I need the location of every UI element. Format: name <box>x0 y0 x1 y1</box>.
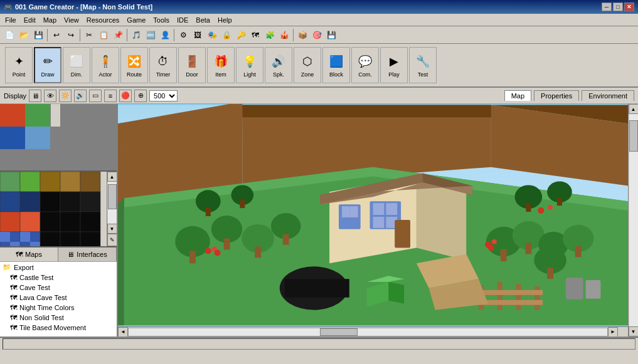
menu-tools[interactable]: Tools <box>149 15 173 25</box>
menu-resources[interactable]: Resources <box>83 15 124 25</box>
tb-btn-11[interactable]: 🔒 <box>220 28 233 42</box>
tool-timer-label: Timer <box>156 71 171 78</box>
tile-area[interactable] <box>0 172 107 246</box>
open-button[interactable]: 📂 <box>17 28 31 42</box>
save-button[interactable]: 💾 <box>31 28 45 42</box>
tb-btn-13[interactable]: 🗺 <box>248 28 262 42</box>
tb-btn-5[interactable]: 🎵 <box>129 28 143 42</box>
hscroll-right[interactable]: ► <box>608 327 618 337</box>
cut-button[interactable]: ✂ <box>82 28 96 42</box>
tool-point[interactable]: ✦ Point <box>5 47 33 83</box>
menu-help[interactable]: Help <box>214 15 236 25</box>
menu-file[interactable]: File <box>1 15 20 25</box>
tool-zone[interactable]: ⬡ Zone <box>294 47 321 83</box>
display-btn6[interactable]: ≡ <box>104 90 117 102</box>
tree-export[interactable]: 📁 Export <box>0 262 117 273</box>
color-swatch-red[interactable] <box>0 104 25 127</box>
minimize-button[interactable]: ─ <box>602 3 612 11</box>
display-btn7[interactable]: 🔴 <box>119 90 132 102</box>
tool-actor-label: Actor <box>98 71 112 78</box>
tool-item[interactable]: 🎁 Item <box>207 47 235 83</box>
tb-btn-14[interactable]: 🧩 <box>263 28 277 42</box>
main: ▲ ▼ ✎ 🗺 Maps 🖥 Interfaces 📁 <box>0 104 638 336</box>
close-button[interactable]: ✕ <box>624 3 634 11</box>
tree-tile-based-movement[interactable]: 🗺 Tile Based Movement <box>0 323 117 333</box>
color-swatch-blue[interactable] <box>0 127 25 149</box>
tab-maps[interactable]: 🗺 Maps <box>0 247 58 261</box>
tool-dim[interactable]: ⬜ Dim. <box>63 47 90 83</box>
tab-map[interactable]: Map <box>504 90 531 101</box>
tb-btn-7[interactable]: 👤 <box>158 28 172 42</box>
menu-beta[interactable]: Beta <box>192 15 214 25</box>
tool-test[interactable]: 🔧 Test <box>409 47 437 83</box>
status-text <box>3 338 635 350</box>
restore-button[interactable]: □ <box>613 3 623 11</box>
tree-cave-test[interactable]: 🗺 Cave Test <box>0 283 117 293</box>
hscroll-thumb[interactable] <box>320 328 358 336</box>
hscroll-left[interactable]: ◄ <box>118 327 128 337</box>
undo-button[interactable]: ↩ <box>50 28 63 42</box>
rscroll-up[interactable]: ▲ <box>629 104 639 114</box>
tree-lava-cave-test[interactable]: 🗺 Lava Cave Test <box>0 293 117 303</box>
color-swatch-green[interactable] <box>25 104 50 127</box>
tree-non-solid-test[interactable]: 🗺 Non Solid Test <box>0 313 117 323</box>
test-icon: 🔧 <box>414 53 432 70</box>
tool-com[interactable]: 💬 Com. <box>351 47 379 83</box>
tab-environment[interactable]: Environment <box>582 90 634 101</box>
vscroll-down[interactable]: ▼ <box>107 224 117 234</box>
color-swatch-blue2[interactable] <box>25 127 50 149</box>
tb-btn-16[interactable]: 📦 <box>295 28 309 42</box>
vscroll-thumb[interactable] <box>108 184 117 209</box>
tool-spk[interactable]: 🔊 Spk. <box>265 47 292 83</box>
menu-ide[interactable]: IDE <box>173 15 192 25</box>
map-viewport[interactable] <box>118 104 628 326</box>
tool-timer[interactable]: ⏱ Timer <box>149 47 177 83</box>
tb-btn-18[interactable]: 💾 <box>324 28 338 42</box>
new-button[interactable]: 📄 <box>3 28 16 42</box>
panel-content: ▲ ▼ ✎ <box>0 172 117 246</box>
rscroll-thumb[interactable] <box>629 120 638 152</box>
paste-button[interactable]: 📌 <box>111 28 125 42</box>
display-btn3[interactable]: 🔆 <box>59 90 72 102</box>
display-btn1[interactable]: 🖥 <box>29 90 41 102</box>
tb-btn-15[interactable]: 🎪 <box>277 28 291 42</box>
tile-edit-btn[interactable]: ✎ <box>107 234 117 246</box>
menu-view[interactable]: View <box>60 15 83 25</box>
rscroll-down[interactable]: ▼ <box>629 326 639 336</box>
menubar: File Edit Map View Resources Game Tools … <box>0 14 638 26</box>
tool-draw[interactable]: ✏ Draw <box>34 47 61 83</box>
tb-btn-9[interactable]: 🖼 <box>191 28 205 42</box>
left-vscroll[interactable]: ▲ ▼ ✎ <box>107 172 117 246</box>
zoom-select[interactable]: 500 250 100 <box>149 90 178 101</box>
tool-block[interactable]: 🟦 Block <box>322 47 350 83</box>
display-btn2[interactable]: 👁 <box>44 90 56 102</box>
menu-edit[interactable]: Edit <box>20 15 40 25</box>
tree-castle-test[interactable]: 🗺 Castle Test <box>0 273 117 283</box>
vscroll-up[interactable]: ▲ <box>107 172 117 182</box>
svg-rect-89 <box>586 280 601 299</box>
tree-night-time-colors[interactable]: 🗺 Night Time Colors <box>0 303 117 313</box>
tb-btn-8[interactable]: ⚙ <box>176 28 190 42</box>
tool-route[interactable]: 🔀 Route <box>120 47 148 83</box>
tb-btn-10[interactable]: 🎭 <box>205 28 219 42</box>
tool-actor[interactable]: 🧍 Actor <box>92 47 119 83</box>
tab-interfaces[interactable]: 🖥 Interfaces <box>58 247 117 261</box>
tool-light[interactable]: 💡 Light <box>236 47 263 83</box>
tool-door[interactable]: 🚪 Door <box>178 47 206 83</box>
tb-btn-6[interactable]: 🔤 <box>144 28 157 42</box>
display-btn4[interactable]: 🔊 <box>74 90 87 102</box>
display-label: Display <box>4 92 26 100</box>
menu-map[interactable]: Map <box>40 15 60 25</box>
copy-button[interactable]: 📋 <box>97 28 110 42</box>
tb-btn-12[interactable]: 🔑 <box>234 28 248 42</box>
svg-rect-6 <box>20 192 40 212</box>
display-btn5[interactable]: ▭ <box>89 90 102 102</box>
sep3 <box>127 29 127 41</box>
hscroll-track[interactable] <box>128 328 608 336</box>
tool-play[interactable]: ▶ Play <box>380 47 408 83</box>
tab-properties[interactable]: Properties <box>534 90 579 101</box>
display-btn8[interactable]: ⊕ <box>134 90 147 102</box>
tb-btn-17[interactable]: 🎯 <box>310 28 324 42</box>
redo-button[interactable]: ↪ <box>64 28 78 42</box>
menu-game[interactable]: Game <box>123 15 149 25</box>
